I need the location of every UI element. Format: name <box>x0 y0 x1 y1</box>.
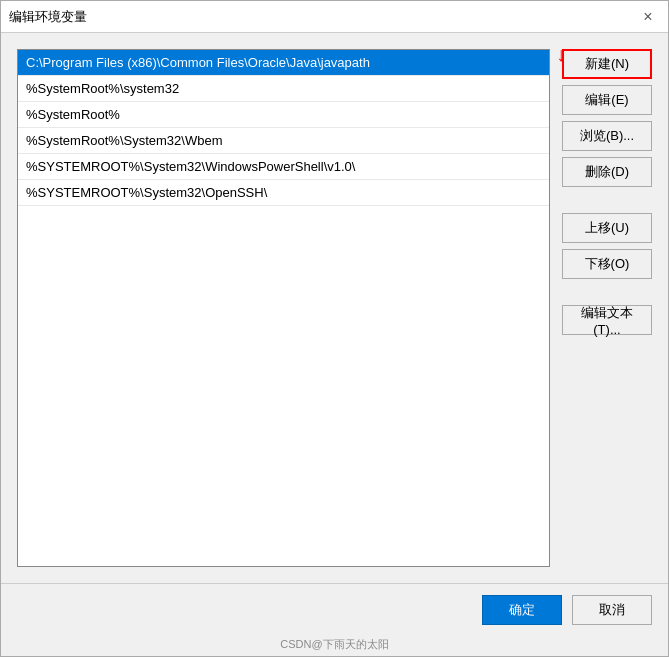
new-button[interactable]: 新建(N) <box>562 49 652 79</box>
move-up-button[interactable]: 上移(U) <box>562 213 652 243</box>
confirm-button[interactable]: 确定 <box>482 595 562 625</box>
env-var-list[interactable]: C:\Program Files (x86)\Common Files\Orac… <box>17 49 550 567</box>
bottom-bar: 确定 取消 <box>1 583 668 635</box>
move-down-button[interactable]: 下移(O) <box>562 249 652 279</box>
list-item[interactable]: %SystemRoot% <box>18 102 549 128</box>
cancel-button[interactable]: 取消 <box>572 595 652 625</box>
list-item[interactable]: %SystemRoot%\system32 <box>18 76 549 102</box>
edit-button[interactable]: 编辑(E) <box>562 85 652 115</box>
list-item[interactable]: C:\Program Files (x86)\Common Files\Orac… <box>18 50 549 76</box>
browse-button[interactable]: 浏览(B)... <box>562 121 652 151</box>
dialog-title: 编辑环境变量 <box>9 8 87 26</box>
title-bar: 编辑环境变量 × <box>1 1 668 33</box>
list-item[interactable]: %SystemRoot%\System32\Wbem <box>18 128 549 154</box>
close-button[interactable]: × <box>636 5 660 29</box>
watermark: CSDN@下雨天的太阳 <box>1 635 668 656</box>
edit-env-var-dialog: ↓ 编辑环境变量 × C:\Program Files (x86)\Common… <box>0 0 669 657</box>
list-item[interactable]: %SYSTEMROOT%\System32\WindowsPowerShell\… <box>18 154 549 180</box>
delete-button[interactable]: 删除(D) <box>562 157 652 187</box>
content-area: C:\Program Files (x86)\Common Files\Orac… <box>1 33 668 583</box>
buttons-panel: 新建(N) 编辑(E) 浏览(B)... 删除(D) 上移(U) 下移(O) 编… <box>562 49 652 567</box>
edit-text-button[interactable]: 编辑文本(T)... <box>562 305 652 335</box>
list-item[interactable]: %SYSTEMROOT%\System32\OpenSSH\ <box>18 180 549 206</box>
